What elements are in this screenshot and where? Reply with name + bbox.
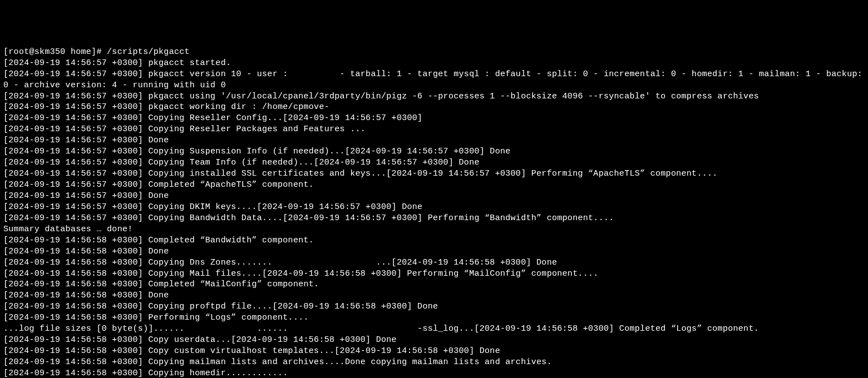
log-line: [2024-09-19 14:56:57 +0300] Copying inst… bbox=[3, 168, 865, 180]
log-line: [2024-09-19 14:56:58 +0300] Copying mail… bbox=[3, 357, 865, 368]
log-line: [2024-09-19 14:56:57 +0300] Copying Team… bbox=[3, 157, 865, 168]
log-line: [2024-09-19 14:56:57 +0300] Copying Rese… bbox=[3, 124, 865, 135]
log-line: [2024-09-19 14:56:57 +0300] Copying Rese… bbox=[3, 113, 865, 124]
log-line: [2024-09-19 14:56:58 +0300] Done bbox=[3, 246, 865, 257]
log-line: [2024-09-19 14:56:58 +0300] Copying home… bbox=[3, 368, 865, 378]
log-line: ...log file sizes [0 byte(s)]...... ....… bbox=[3, 324, 865, 335]
log-line: [2024-09-19 14:56:58 +0300] Copy userdat… bbox=[3, 335, 865, 346]
log-line: [2024-09-19 14:56:57 +0300] Copying Band… bbox=[3, 213, 865, 224]
log-line: [2024-09-19 14:56:57 +0300] pkgacct vers… bbox=[3, 69, 865, 91]
log-line: [2024-09-19 14:56:57 +0300] pkgacct work… bbox=[3, 102, 865, 113]
log-line: [2024-09-19 14:56:57 +0300] Done bbox=[3, 191, 865, 202]
log-line: [2024-09-19 14:56:58 +0300] Copying prof… bbox=[3, 301, 865, 312]
log-line: [2024-09-19 14:56:58 +0300] Done bbox=[3, 290, 865, 301]
log-line: [2024-09-19 14:56:57 +0300] Completed “A… bbox=[3, 180, 865, 191]
log-line: [2024-09-19 14:56:57 +0300] pkgacct usin… bbox=[3, 91, 865, 102]
log-line: [2024-09-19 14:56:58 +0300] Completed “B… bbox=[3, 235, 865, 246]
log-line: [2024-09-19 14:56:58 +0300] Performing “… bbox=[3, 312, 865, 324]
log-line: [2024-09-19 14:56:58 +0300] Copying Dns … bbox=[3, 257, 865, 268]
log-line: [2024-09-19 14:56:58 +0300] Copying Mail… bbox=[3, 268, 865, 280]
terminal-output[interactable]: [root@skm350 home]# /scripts/pkgacct[202… bbox=[3, 47, 865, 378]
log-line: [2024-09-19 14:56:57 +0300] Copying DKIM… bbox=[3, 202, 865, 213]
log-line: [2024-09-19 14:56:58 +0300] Completed “M… bbox=[3, 279, 865, 290]
log-line: Summary databases … done! bbox=[3, 224, 865, 235]
log-line: [2024-09-19 14:56:58 +0300] Copy custom … bbox=[3, 346, 865, 357]
shell-prompt: [root@skm350 home]# /scripts/pkgacct bbox=[3, 47, 865, 58]
log-line: [2024-09-19 14:56:57 +0300] Copying Susp… bbox=[3, 146, 865, 157]
log-line: [2024-09-19 14:56:57 +0300] Done bbox=[3, 135, 865, 146]
log-line: [2024-09-19 14:56:57 +0300] pkgacct star… bbox=[3, 58, 865, 69]
